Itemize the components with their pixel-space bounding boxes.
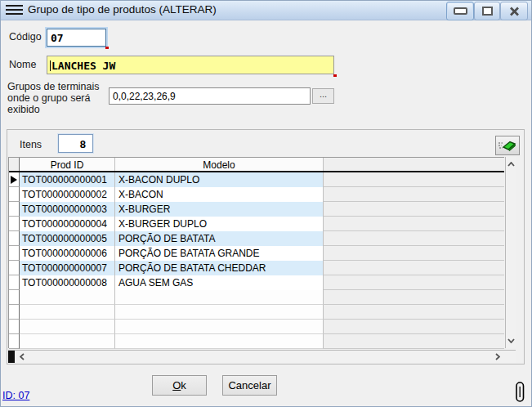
table-row[interactable]: TOT000000000002X-BACON	[9, 187, 504, 202]
paperclip-icon	[515, 381, 525, 407]
nome-value: LANCHES JW	[51, 60, 115, 72]
table-header: Prod ID Modelo	[9, 158, 504, 172]
terminais-browse-button[interactable]: ...	[312, 88, 334, 104]
itens-action-button[interactable]	[495, 136, 520, 155]
row-selector[interactable]	[9, 261, 20, 275]
row-selector[interactable]	[9, 275, 20, 290]
required-marker-codigo	[105, 47, 109, 49]
row-selector	[9, 305, 20, 320]
terminais-field[interactable]: 0,0,22,23,26,9	[109, 87, 311, 105]
row-selector	[9, 320, 20, 334]
horizontal-scrollbar[interactable]	[8, 350, 516, 363]
table-body: TOT000000000001X-BACON DUPLOTOT000000000…	[9, 172, 504, 349]
cell-empty	[324, 334, 504, 349]
table-row[interactable]: TOT000000000007PORÇÃO DE BATATA CHEDDAR	[9, 261, 504, 275]
cell-modelo[interactable]: X-BACON	[115, 187, 324, 202]
items-table: Prod ID Modelo TOT000000000001X-BACON DU…	[8, 157, 504, 348]
cell-modelo[interactable]: PORÇÃO DE BATATA GRANDE	[115, 246, 324, 261]
scroll-right-icon[interactable]	[491, 351, 504, 363]
nome-label: Nome	[9, 59, 36, 70]
minimize-button[interactable]	[446, 2, 474, 20]
table-row-empty	[9, 334, 504, 349]
cell-empty	[324, 246, 504, 261]
cell-prod-id[interactable]: TOT000000000001	[20, 172, 115, 187]
cell-modelo	[115, 305, 324, 320]
maximize-icon	[482, 7, 493, 16]
cell-prod-id	[20, 334, 115, 349]
header-modelo[interactable]: Modelo	[115, 158, 324, 171]
table-row[interactable]: TOT000000000005PORÇÃO DE BATATA	[9, 231, 504, 246]
header-prod-id[interactable]: Prod ID	[20, 158, 115, 171]
header-selector-cell	[9, 158, 20, 171]
cell-prod-id[interactable]: TOT000000000007	[20, 261, 115, 275]
text-caret	[50, 60, 51, 71]
row-selector	[9, 334, 20, 349]
terminais-label: Grupos de terminais onde o grupo será ex…	[7, 81, 100, 115]
cell-modelo[interactable]: X-BURGER	[115, 202, 324, 217]
row-selector[interactable]	[9, 217, 20, 231]
cell-prod-id	[20, 305, 115, 320]
cell-modelo[interactable]: X-BURGER DUPLO	[115, 217, 324, 231]
cell-empty	[324, 172, 504, 187]
cell-modelo[interactable]: PORÇÃO DE BATATA CHEDDAR	[115, 261, 324, 275]
table-row-empty	[9, 290, 504, 305]
table-row[interactable]: TOT000000000008AGUA SEM GAS	[9, 275, 504, 290]
ok-button[interactable]: Ok	[152, 375, 207, 396]
cell-prod-id[interactable]: TOT000000000002	[20, 187, 115, 202]
scroll-up-icon[interactable]	[506, 159, 516, 170]
row-selector[interactable]	[9, 231, 20, 246]
itens-count-field: 8	[58, 134, 93, 153]
row-selector[interactable]	[9, 246, 20, 261]
cancel-button[interactable]: Cancelar	[222, 375, 277, 396]
maximize-button[interactable]	[474, 2, 500, 20]
cell-modelo	[115, 290, 324, 305]
minimize-icon	[454, 7, 467, 15]
itens-label: Itens	[20, 139, 42, 150]
cell-prod-id[interactable]: TOT000000000004	[20, 217, 115, 231]
cell-empty	[324, 320, 504, 334]
close-button[interactable]	[500, 2, 528, 20]
menu-icon[interactable]	[6, 5, 23, 16]
table-row-empty	[9, 320, 504, 334]
cell-empty	[324, 305, 504, 320]
green-swoosh-icon	[498, 139, 517, 153]
codigo-label: Código	[9, 31, 42, 42]
cell-empty	[324, 187, 504, 202]
cell-modelo[interactable]: PORÇÃO DE BATATA	[115, 231, 324, 246]
scroll-down-icon[interactable]	[506, 335, 516, 347]
header-empty-cell	[324, 158, 504, 171]
table-row[interactable]: TOT000000000006PORÇÃO DE BATATA GRANDE	[9, 246, 504, 261]
nome-field[interactable]: LANCHES JW	[47, 56, 334, 74]
cell-modelo[interactable]: X-BACON DUPLO	[115, 172, 324, 187]
cell-modelo	[115, 334, 324, 349]
cell-modelo[interactable]: AGUA SEM GAS	[115, 275, 324, 290]
cell-prod-id[interactable]: TOT000000000005	[20, 231, 115, 246]
cell-prod-id	[20, 320, 115, 334]
cell-empty	[324, 275, 504, 290]
scroll-left-icon[interactable]	[16, 351, 29, 363]
row-selector[interactable]	[9, 187, 20, 202]
id-link[interactable]: ID: 07	[2, 390, 29, 401]
cell-prod-id[interactable]: TOT000000000006	[20, 246, 115, 261]
table-row[interactable]: TOT000000000003X-BURGER	[9, 202, 504, 217]
row-selector[interactable]	[9, 172, 20, 187]
table-row-empty	[9, 305, 504, 320]
cell-empty	[324, 290, 504, 305]
table-row[interactable]: TOT000000000001X-BACON DUPLO	[9, 172, 504, 187]
cell-empty	[324, 231, 504, 246]
cell-empty	[324, 202, 504, 217]
table-row[interactable]: TOT000000000004X-BURGER DUPLO	[9, 217, 504, 231]
cell-modelo	[115, 320, 324, 334]
row-selector[interactable]	[9, 202, 20, 217]
cell-prod-id[interactable]: TOT000000000003	[20, 202, 115, 217]
horizontal-scroll-thumb[interactable]	[8, 351, 15, 363]
required-marker-nome	[333, 74, 337, 77]
codigo-field[interactable]: 07	[47, 29, 106, 47]
current-row-marker-icon	[11, 176, 17, 184]
cell-prod-id	[20, 290, 115, 305]
vertical-scrollbar[interactable]	[505, 157, 516, 348]
titlebar: Grupo de tipo de produtos (ALTERAR)	[0, 0, 532, 20]
cell-empty	[324, 217, 504, 231]
cell-prod-id[interactable]: TOT000000000008	[20, 275, 115, 290]
cell-empty	[324, 261, 504, 275]
